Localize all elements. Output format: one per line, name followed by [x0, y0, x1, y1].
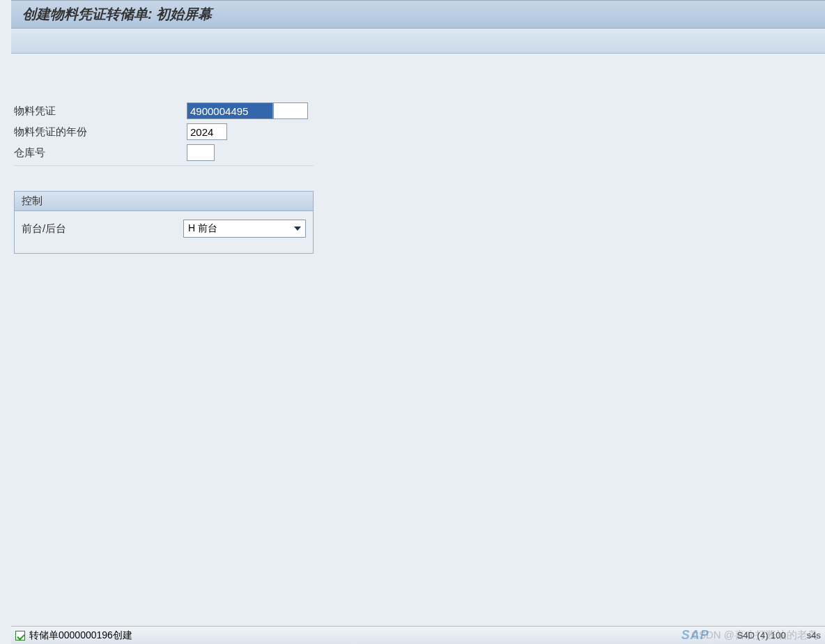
warehouse-input[interactable] — [187, 144, 215, 161]
control-group: 控制 前台/后台 H 前台 — [14, 191, 314, 254]
label-year: 物料凭证的年份 — [14, 125, 187, 139]
material-doc-input[interactable] — [187, 102, 273, 119]
control-group-header: 控制 — [15, 192, 313, 211]
control-group-body: 前台/后台 H 前台 — [15, 211, 313, 253]
label-warehouse: 仓库号 — [14, 146, 187, 160]
label-fg-bg: 前台/后台 — [22, 222, 183, 236]
material-doc-ext-input[interactable] — [273, 102, 308, 119]
row-warehouse: 仓库号 — [14, 144, 811, 161]
page-title: 创建物料凭证转储单: 初始屏幕 — [22, 6, 212, 22]
fg-bg-value: H 前台 — [188, 222, 217, 235]
chevron-down-icon — [294, 227, 301, 231]
status-message: 转储单0000000196创建 — [29, 629, 132, 642]
year-input[interactable] — [187, 123, 227, 140]
fg-bg-dropdown[interactable]: H 前台 — [183, 220, 306, 238]
status-system: S4D (4) 100 — [737, 630, 786, 641]
row-year: 物料凭证的年份 — [14, 123, 811, 140]
sap-logo: SAP — [681, 628, 709, 643]
row-material-doc: 物料凭证 — [14, 102, 811, 119]
status-bar: 转储单0000000196创建 SAP S4D (4) 100 s4s — [11, 626, 825, 644]
label-material-doc: 物料凭证 — [14, 105, 187, 118]
status-server: s4s — [807, 630, 821, 641]
divider — [14, 165, 314, 166]
success-icon — [15, 631, 25, 641]
content-area: 物料凭证 物料凭证的年份 仓库号 控制 前台/后台 H 前台 — [0, 54, 825, 268]
row-fg-bg: 前台/后台 H 前台 — [22, 220, 306, 238]
toolbar — [11, 29, 825, 54]
title-bar: 创建物料凭证转储单: 初始屏幕 — [11, 0, 825, 29]
